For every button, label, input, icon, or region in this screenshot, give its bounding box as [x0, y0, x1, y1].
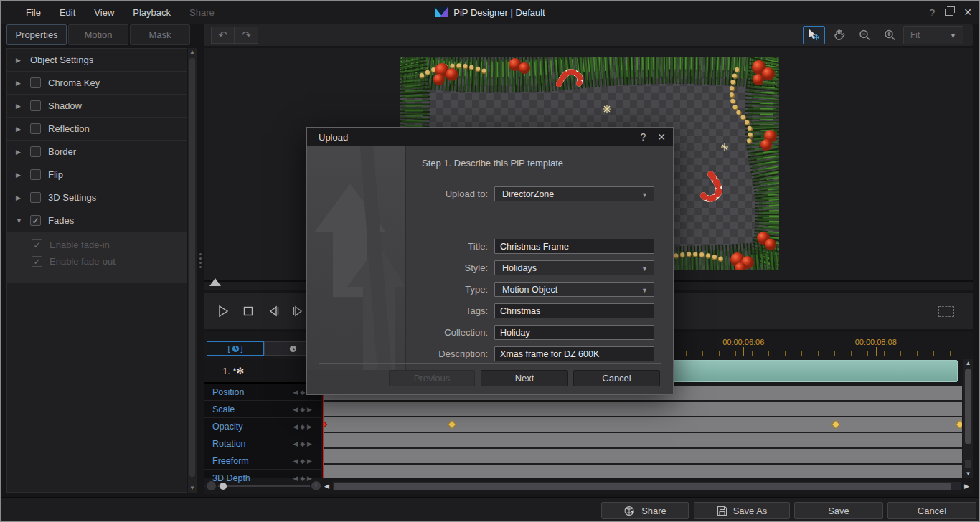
keyframe-nav-icons[interactable]: ◀◆▶ — [293, 423, 314, 430]
collection-input[interactable] — [494, 325, 654, 340]
select-move-tool-icon[interactable] — [803, 26, 825, 44]
reflection-checkbox[interactable] — [30, 123, 41, 134]
play-button[interactable] — [211, 300, 235, 322]
expander-icon[interactable] — [16, 171, 23, 179]
preview-scrub-handle[interactable] — [209, 278, 221, 286]
scrollbar-thumb[interactable] — [965, 369, 971, 444]
sidebar-section-fades[interactable]: Fades — [7, 209, 187, 232]
tab-motion[interactable]: Motion — [68, 24, 128, 45]
fade-in-checkbox[interactable] — [32, 239, 42, 250]
border-checkbox[interactable] — [30, 146, 41, 157]
zoom-out-minus-icon[interactable]: − — [207, 481, 216, 490]
share-button[interactable]: Share — [601, 502, 689, 519]
clip-track-header[interactable]: 1. *✻ — [204, 359, 321, 384]
dialog-cancel-button[interactable]: Cancel — [573, 370, 660, 386]
opacity-keyframe[interactable] — [956, 420, 962, 430]
enable-fade-out-option[interactable]: Enable fade-out — [32, 256, 187, 267]
opacity-keyframe[interactable] — [448, 420, 457, 430]
style-dropdown[interactable]: Holidays — [494, 260, 654, 275]
zoom-in-icon[interactable] — [878, 26, 900, 44]
previous-frame-button[interactable] — [261, 300, 285, 322]
scroll-down-icon[interactable]: ▼ — [963, 470, 973, 478]
panel-splitter-handle[interactable] — [199, 253, 202, 272]
fades-checkbox[interactable] — [30, 215, 41, 226]
zoom-in-plus-icon[interactable]: + — [311, 481, 321, 490]
upload-to-dropdown[interactable]: DirectorZone — [494, 186, 654, 201]
timeline-vertical-scrollbar[interactable]: ▲ ▼ — [963, 359, 973, 478]
save-as-button[interactable]: Save As — [694, 502, 790, 519]
scroll-down-icon[interactable]: ▼ — [188, 484, 197, 493]
expander-icon[interactable] — [16, 194, 23, 201]
redo-icon[interactable]: ↷ — [235, 27, 258, 44]
keyframe-nav-icons[interactable]: ◀◆▶ — [293, 475, 314, 482]
field-description: Description: — [406, 346, 673, 361]
keyframe-nav-icons[interactable]: ◀◆▶ — [293, 440, 314, 447]
track-header-opacity[interactable]: Opacity ◀◆▶ — [204, 418, 321, 435]
cancel-button[interactable]: Cancel — [887, 502, 976, 519]
opacity-keyframe[interactable] — [831, 420, 841, 430]
expander-icon[interactable] — [16, 217, 23, 224]
next-button[interactable]: Next — [481, 370, 568, 386]
enable-fade-in-option[interactable]: Enable fade-in — [32, 239, 187, 250]
keyframe-nav-icons[interactable]: ◀◆▶ — [293, 406, 314, 413]
hand-tool-icon[interactable] — [828, 26, 850, 44]
track-header-scale[interactable]: Scale ◀◆▶ — [204, 401, 321, 418]
sidebar-section-3d-settings[interactable]: 3D Settings — [7, 186, 187, 209]
sidebar-section-chroma-key[interactable]: Chroma Key — [7, 72, 187, 95]
undo-icon[interactable]: ↶ — [211, 27, 235, 44]
save-button[interactable]: Save — [794, 502, 883, 519]
sidebar-section-reflection[interactable]: Reflection — [7, 118, 187, 141]
expander-icon[interactable] — [16, 148, 23, 156]
expander-icon[interactable] — [16, 57, 23, 64]
sidebar-section-border[interactable]: Border — [7, 141, 187, 163]
restore-window-icon[interactable] — [945, 9, 953, 16]
track-row-3d-depth[interactable] — [323, 465, 962, 478]
description-input[interactable] — [494, 346, 654, 361]
chroma-key-checkbox[interactable] — [30, 77, 41, 88]
sidebar-section-object-settings[interactable]: Object Settings — [7, 49, 187, 72]
track-row-scale[interactable] — [323, 402, 962, 417]
expander-icon[interactable] — [16, 103, 23, 110]
keyframe-mode-tab[interactable]: [ ] — [207, 341, 264, 356]
type-dropdown[interactable]: Motion Object — [494, 282, 654, 297]
scroll-right-icon[interactable]: ▶ — [964, 483, 969, 490]
snapshot-region-icon[interactable] — [938, 306, 954, 317]
sidebar-section-flip[interactable]: Flip — [7, 163, 187, 186]
shadow-checkbox[interactable] — [30, 100, 41, 111]
dialog-titlebar[interactable]: Upload ? ✕ — [307, 128, 673, 146]
expander-icon[interactable] — [16, 125, 23, 133]
fade-out-checkbox[interactable] — [32, 256, 42, 267]
scrollbar-thumb[interactable] — [189, 58, 195, 477]
timeline-zoom-control[interactable]: − + — [207, 481, 320, 491]
keyframe-nav-icons[interactable]: ◀◆▶ — [293, 457, 314, 465]
properties-sidebar: Object Settings Chroma Key Shadow Reflec… — [6, 48, 187, 493]
track-row-rotation[interactable] — [323, 433, 962, 449]
track-row-freeform[interactable] — [323, 449, 962, 465]
scroll-left-icon[interactable]: ◀ — [324, 483, 329, 490]
close-window-icon[interactable]: ✕ — [963, 6, 972, 18]
sidebar-section-shadow[interactable]: Shadow — [7, 95, 187, 118]
3d-settings-checkbox[interactable] — [30, 192, 41, 203]
title-input[interactable] — [494, 239, 654, 254]
tags-input[interactable] — [494, 303, 654, 318]
track-header-position[interactable]: Position ◀◆▶ — [204, 384, 321, 401]
scrollbar-thumb[interactable] — [334, 483, 951, 490]
flip-checkbox[interactable] — [30, 169, 41, 180]
tab-mask[interactable]: Mask — [130, 24, 190, 45]
track-header-rotation[interactable]: Rotation ◀◆▶ — [204, 435, 321, 452]
help-icon[interactable]: ? — [929, 6, 935, 19]
zoom-slider-handle[interactable] — [220, 483, 227, 490]
scroll-up-icon[interactable]: ▲ — [188, 48, 197, 57]
track-header-freeform[interactable]: Freeform ◀◆▶ — [204, 452, 321, 470]
tab-properties[interactable]: Properties — [6, 24, 67, 45]
dialog-close-icon[interactable]: ✕ — [657, 131, 666, 143]
expander-icon[interactable] — [16, 80, 23, 87]
stop-button[interactable] — [236, 300, 260, 322]
dialog-help-icon[interactable]: ? — [640, 131, 646, 143]
track-row-opacity[interactable] — [323, 417, 962, 433]
timeline-horizontal-scrollbar[interactable] — [333, 482, 961, 490]
zoom-out-icon[interactable] — [853, 26, 875, 44]
sidebar-scrollbar[interactable]: ▲ ▼ — [188, 48, 197, 493]
scroll-up-icon[interactable]: ▲ — [963, 359, 973, 368]
zoom-level-dropdown[interactable]: Fit — [903, 26, 963, 44]
